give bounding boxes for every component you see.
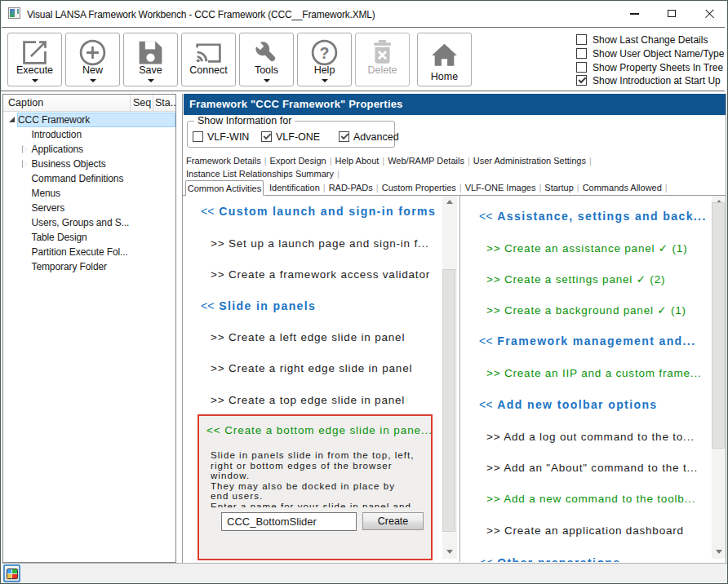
svg-text:?: ? bbox=[320, 44, 330, 62]
